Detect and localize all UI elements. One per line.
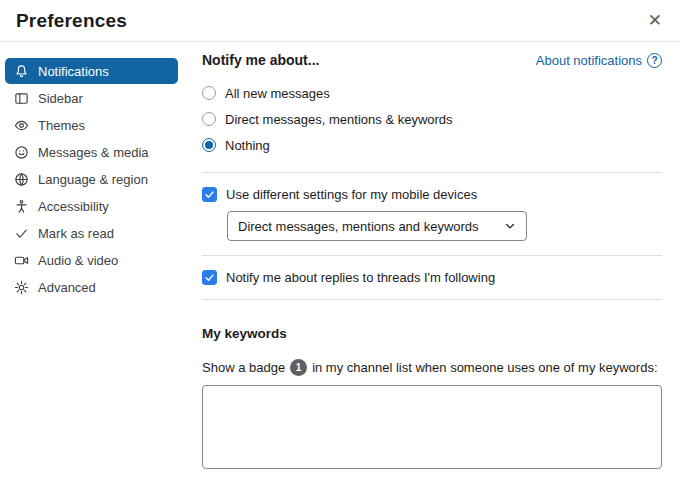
dialog-header: Preferences ✕ [0,0,680,42]
thread-replies-checkbox-row[interactable]: Notify me about replies to threads I'm f… [202,270,662,285]
keywords-input[interactable] [202,385,662,469]
radio-all-new-messages[interactable]: All new messages [202,80,662,106]
sidebar-item-label: Advanced [38,280,96,295]
checkbox-label: Notify me about replies to threads I'm f… [226,270,495,285]
sidebar-icon [14,91,29,106]
sidebar-item-label: Notifications [38,64,109,79]
keywords-desc-prefix: Show a badge [202,360,285,375]
keywords-desc-suffix: in my channel list when someone uses one… [312,360,657,375]
help-icon[interactable]: ? [647,53,662,68]
checkbox-checked-icon[interactable] [202,270,217,285]
checkbox-checked-icon[interactable] [202,187,217,202]
sidebar-item-messages-media[interactable]: Messages & media [5,139,178,165]
sidebar-item-advanced[interactable]: Advanced [5,274,178,300]
sidebar-item-label: Themes [38,118,85,133]
chevron-down-icon [504,220,516,232]
radio-circle-icon[interactable] [202,86,216,100]
sidebar-item-label: Audio & video [38,253,118,268]
check-icon [14,226,29,241]
close-icon[interactable]: ✕ [646,10,664,32]
gear-icon [14,280,29,295]
mobile-settings-checkbox-row[interactable]: Use different settings for my mobile dev… [202,187,662,202]
bell-icon [14,64,29,79]
radio-nothing[interactable]: Nothing [202,132,662,158]
divider [202,299,662,300]
divider [202,172,662,173]
eye-icon [14,118,29,133]
sidebar-item-label: Mark as read [38,226,114,241]
about-notifications-label: About notifications [536,53,642,68]
sidebar-item-label: Sidebar [38,91,83,106]
radio-direct-messages[interactable]: Direct messages, mentions & keywords [202,106,662,132]
sidebar-item-label: Language & region [38,172,148,187]
sidebar-item-mark-as-read[interactable]: Mark as read [5,220,178,246]
sidebar-item-accessibility[interactable]: Accessibility [5,193,178,219]
notifications-panel: Notify me about... About notifications ?… [186,42,680,482]
keywords-description: Show a badge 1 in my channel list when s… [202,359,662,376]
dialog-body: Notifications Sidebar Themes Messages & … [0,42,680,482]
page-title: Preferences [16,10,127,32]
section-title: Notify me about... [202,52,319,68]
my-keywords-title: My keywords [202,326,662,341]
mobile-notifications-dropdown[interactable]: Direct messages, mentions and keywords [227,211,527,241]
sidebar-item-label: Accessibility [38,199,109,214]
sidebar-item-sidebar[interactable]: Sidebar [5,85,178,111]
preferences-sidebar: Notifications Sidebar Themes Messages & … [0,42,186,301]
sidebar-item-label: Messages & media [38,145,149,160]
divider [202,255,662,256]
radio-label: Direct messages, mentions & keywords [225,112,453,127]
video-camera-icon [14,253,29,268]
checkbox-label: Use different settings for my mobile dev… [226,187,477,202]
radio-label: All new messages [225,86,330,101]
radio-circle-icon[interactable] [202,138,216,152]
sidebar-item-language-region[interactable]: Language & region [5,166,178,192]
sidebar-item-themes[interactable]: Themes [5,112,178,138]
about-notifications-link[interactable]: About notifications ? [536,53,662,68]
dropdown-value: Direct messages, mentions and keywords [238,219,479,234]
radio-label: Nothing [225,138,270,153]
accessibility-icon [14,199,29,214]
radio-circle-icon[interactable] [202,112,216,126]
badge-example: 1 [290,359,307,376]
sidebar-item-notifications[interactable]: Notifications [5,58,178,84]
sidebar-item-audio-video[interactable]: Audio & video [5,247,178,273]
globe-icon [14,172,29,187]
message-smiley-icon [14,145,29,160]
